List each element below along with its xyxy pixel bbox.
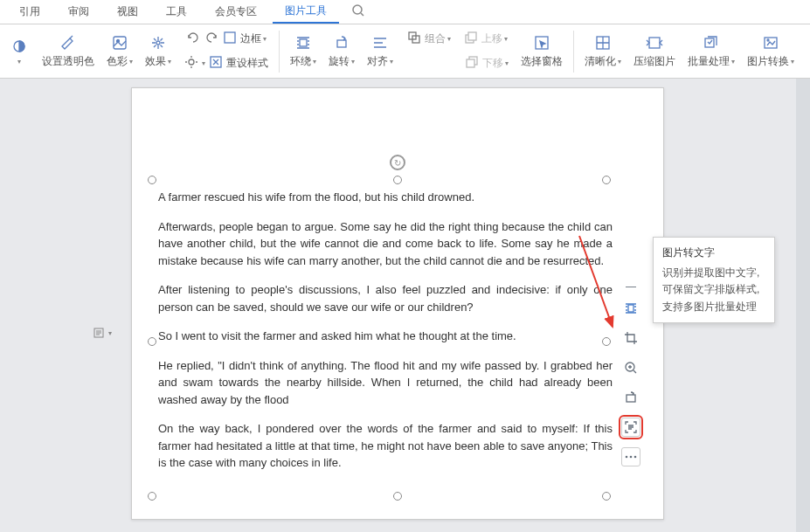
svg-rect-19 — [649, 38, 660, 48]
selection-handle-ne[interactable] — [602, 176, 611, 184]
document-page: ↻ ▾ A farmer rescued his wife from the f… — [131, 87, 664, 520]
selection-handle-se[interactable] — [602, 492, 611, 501]
rotate-handle[interactable]: ↻ — [390, 155, 405, 170]
doc-paragraph: A farmer rescued his wife from the flood… — [158, 189, 613, 206]
svg-rect-6 — [225, 32, 235, 43]
compress-icon — [644, 33, 665, 52]
compress-button[interactable]: 压缩图片 — [628, 31, 681, 71]
color-button[interactable]: 色彩▾ — [101, 31, 138, 71]
wrap-icon — [293, 33, 314, 52]
menu-tools[interactable]: 工具 — [154, 1, 199, 23]
select-pane-button[interactable]: 选择窗格 — [516, 31, 568, 71]
border-icon[interactable] — [222, 30, 238, 48]
wrap-button[interactable]: 环绕▾ — [285, 31, 322, 71]
menu-member[interactable]: 会员专区 — [203, 1, 269, 23]
align-icon — [370, 33, 391, 52]
svg-rect-27 — [627, 395, 635, 402]
tooltip-line: 支持多图片批量处理 — [662, 299, 765, 315]
doc-paragraph: On the way back, I pondered over the wor… — [158, 420, 613, 472]
doc-paragraph: Afterwards, people began to argue. Some … — [158, 218, 613, 270]
brightness-contrast-group[interactable]: ▾ — [3, 35, 35, 67]
light-adjust-icon[interactable] — [183, 54, 199, 73]
menu-view[interactable]: 视图 — [105, 1, 150, 23]
adjust-icon — [9, 37, 30, 56]
doc-paragraph: So I went to visit the farmer and asked … — [158, 328, 613, 345]
rotate-helper-group: 边框▾ ▾ 重设样式 — [178, 26, 273, 77]
img-convert-button[interactable]: 图片转换▾ — [742, 31, 800, 71]
rotate-button[interactable]: 旋转▾ — [323, 31, 360, 71]
move-down-icon[interactable] — [464, 54, 480, 73]
group-layer-group: 组合▾ 上移▾ 下移▾ — [400, 26, 514, 77]
side-layout-icon[interactable] — [621, 299, 640, 318]
svg-point-29 — [630, 456, 633, 459]
svg-point-22 — [767, 39, 769, 41]
clarity-icon — [592, 33, 613, 52]
tooltip-title: 图片转文字 — [662, 245, 765, 261]
clarity-button[interactable]: 清晰化▾ — [579, 31, 627, 71]
svg-rect-10 — [337, 40, 346, 47]
ocr-tooltip: 图片转文字 识别并提取图中文字, 可保留文字排版样式, 支持多图片批量处理 — [653, 237, 775, 323]
selection-handle-n[interactable] — [393, 176, 402, 184]
selection-handle-nw[interactable] — [148, 176, 156, 184]
svg-rect-16 — [467, 59, 474, 67]
svg-line-1 — [361, 13, 363, 16]
menu-bar: 引用 审阅 视图 工具 会员专区 图片工具 — [0, 0, 810, 24]
group-icon[interactable] — [406, 30, 422, 48]
tooltip-line: 识别并提取图中文字, — [662, 265, 765, 281]
scrollbar-area[interactable] — [796, 79, 810, 532]
document-workspace: ↻ ▾ A farmer rescued his wife from the f… — [0, 79, 810, 532]
ribbon-toolbar: ▾ 设置透明色 色彩▾ 效果▾ 边框▾ ▾ 重设样式 环绕▾ 旋转▾ — [0, 24, 810, 79]
svg-point-30 — [634, 456, 637, 459]
set-transparent-button[interactable]: 设置透明色 — [37, 31, 100, 71]
align-button[interactable]: 对齐▾ — [362, 31, 398, 71]
side-crop-icon[interactable] — [621, 328, 640, 348]
svg-rect-25 — [628, 305, 633, 312]
svg-rect-14 — [468, 32, 476, 40]
search-icon[interactable] — [351, 3, 365, 20]
svg-point-28 — [626, 456, 628, 459]
svg-point-0 — [353, 5, 362, 14]
side-ocr-button[interactable] — [621, 418, 640, 437]
color-icon — [109, 33, 130, 52]
rotate-right-icon[interactable] — [204, 30, 219, 48]
selection-handle-s[interactable] — [393, 492, 402, 501]
transparent-icon — [58, 33, 79, 52]
select-pane-icon — [531, 33, 552, 52]
move-up-icon[interactable] — [463, 30, 479, 48]
image-side-toolbar: — — [621, 285, 640, 466]
paragraph-marker[interactable]: ▾ — [93, 327, 112, 339]
effect-button[interactable]: 效果▾ — [140, 31, 177, 71]
menu-review[interactable]: 审阅 — [56, 1, 101, 23]
rotate-left-icon[interactable] — [185, 30, 201, 48]
batch-icon — [701, 33, 722, 52]
svg-point-5 — [156, 41, 160, 45]
convert-icon — [760, 33, 781, 52]
menu-citation[interactable]: 引用 — [7, 1, 52, 23]
document-body: A farmer rescued his wife from the flood… — [158, 189, 613, 484]
rotate-icon — [331, 33, 352, 52]
effect-icon — [148, 33, 169, 52]
side-reset-icon[interactable] — [621, 388, 640, 407]
tooltip-line: 可保留文字排版样式, — [662, 281, 765, 298]
side-zoom-icon[interactable] — [621, 358, 640, 377]
side-more-button[interactable] — [621, 447, 640, 466]
doc-paragraph: He replied, "I didn't think of anything.… — [158, 357, 613, 409]
selection-handle-sw[interactable] — [148, 492, 156, 501]
batch-process-button[interactable]: 批量处理▾ — [682, 31, 740, 71]
selection-handle-w[interactable] — [148, 337, 156, 346]
menu-picture-tools[interactable]: 图片工具 — [273, 0, 339, 24]
side-collapse-icon[interactable]: — — [621, 285, 640, 288]
reset-style-icon[interactable] — [208, 54, 224, 73]
doc-paragraph: After listening to people's discussions,… — [158, 281, 613, 315]
svg-point-7 — [189, 59, 194, 65]
svg-rect-9 — [300, 39, 307, 46]
